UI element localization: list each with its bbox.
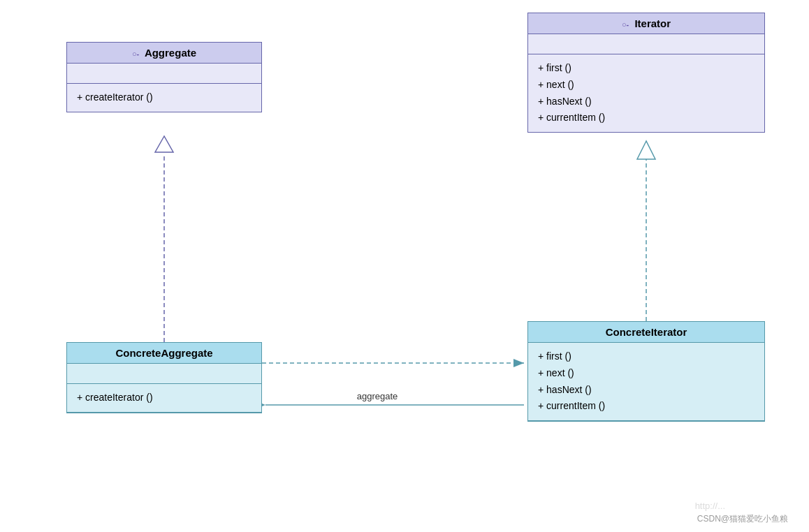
- iterator-header: ○- Iterator: [528, 13, 764, 34]
- interface-icon-iterator: ○-: [622, 20, 629, 29]
- concrete-iterator-header: ConcreteIterator: [528, 322, 764, 343]
- concrete-aggregate-empty-section: [67, 364, 261, 384]
- watermark: http://...: [695, 501, 725, 511]
- interface-icon-aggregate: ○-: [132, 50, 139, 58]
- aggregate-empty-section: [67, 64, 261, 84]
- iterator-methods: + first () + next () + hasNext () + curr…: [528, 54, 764, 132]
- aggregate-header: ○- Aggregate: [67, 43, 261, 64]
- concrete-iterator-class: ConcreteIterator + first () + next () + …: [527, 321, 765, 422]
- concrete-aggregate-class: ConcreteAggregate + createIterator (): [66, 342, 262, 413]
- svg-marker-7: [637, 141, 655, 159]
- aggregate-methods: + createIterator (): [67, 84, 261, 112]
- concrete-aggregate-methods: + createIterator (): [67, 384, 261, 413]
- iterator-class: ○- Iterator + first () + next () + hasNe…: [527, 13, 765, 133]
- uml-diagram: aggregate ○- Aggregate + createIterator …: [0, 0, 809, 532]
- concrete-iterator-title: ConcreteIterator: [606, 326, 687, 338]
- aggregate-title: Aggregate: [145, 47, 196, 59]
- association-label: aggregate: [357, 391, 398, 401]
- concrete-aggregate-header: ConcreteAggregate: [67, 343, 261, 364]
- aggregate-class: ○- Aggregate + createIterator (): [66, 42, 262, 112]
- iterator-title: Iterator: [634, 17, 671, 29]
- iterator-empty-section: [528, 34, 764, 54]
- svg-marker-5: [155, 136, 173, 152]
- concrete-aggregate-title: ConcreteAggregate: [115, 347, 212, 359]
- concrete-iterator-methods: + first () + next () + hasNext () + curr…: [528, 343, 764, 421]
- attribution: CSDN@猫猫爱吃小鱼粮: [697, 513, 788, 525]
